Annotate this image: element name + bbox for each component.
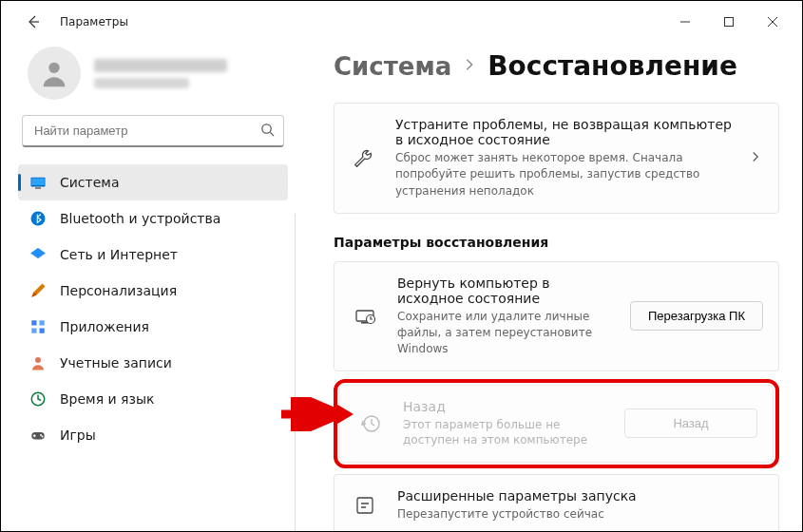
gaming-icon (29, 427, 47, 444)
page-title: Восстановление (488, 50, 737, 82)
goback-row: Назад Этот параметр больше не доступен н… (339, 385, 774, 464)
svg-point-14 (40, 434, 42, 436)
arrow-left-icon (26, 14, 41, 29)
reset-title: Вернуть компьютер в исходное состояние (397, 276, 613, 306)
avatar (28, 47, 81, 100)
svg-rect-20 (357, 498, 373, 513)
search-input[interactable] (22, 115, 284, 147)
goback-sub: Этот параметр больше не доступен на этом… (403, 417, 607, 449)
troubleshoot-sub: Сброс может занять некоторое время. Снач… (395, 150, 733, 200)
nav-label: Игры (60, 428, 96, 443)
nav-label: Система (60, 175, 119, 190)
window-controls (663, 7, 794, 37)
system-icon (29, 174, 47, 191)
svg-point-6 (31, 212, 46, 226)
advanced-sub: Перезапустите устройство сейчас (397, 506, 763, 522)
nav-bluetooth[interactable]: Bluetooth и устройства (18, 200, 288, 237)
svg-point-2 (262, 124, 271, 133)
sidebar: Система Bluetooth и устройства Сеть и Ин… (1, 43, 296, 531)
svg-rect-7 (31, 320, 36, 325)
profile-email-redacted (94, 78, 189, 88)
svg-rect-10 (40, 329, 45, 333)
goback-button: Назад (624, 408, 757, 438)
svg-point-1 (48, 63, 59, 73)
clock-globe-icon (29, 390, 47, 408)
goback-title: Назад (403, 399, 607, 414)
nav-label: Учетные записи (60, 355, 172, 370)
app-title: Параметры (60, 15, 128, 28)
breadcrumb-root[interactable]: Система (334, 52, 451, 81)
advanced-row: Расширенные параметры запуска Перезапуст… (334, 474, 779, 531)
chevron-right-icon (750, 151, 765, 165)
svg-rect-0 (725, 18, 734, 27)
back-button[interactable] (18, 7, 48, 37)
accounts-icon (29, 354, 47, 371)
network-icon (29, 246, 47, 263)
chevron-right-icon (463, 58, 476, 74)
nav-label: Bluetooth и устройства (60, 211, 220, 226)
bluetooth-icon (29, 210, 47, 227)
close-button[interactable] (751, 7, 794, 37)
search-icon (260, 123, 275, 140)
svg-point-11 (35, 357, 41, 363)
svg-rect-8 (40, 320, 45, 325)
profile-name-redacted (94, 59, 227, 72)
history-icon (355, 412, 386, 435)
svg-rect-4 (31, 179, 45, 186)
advanced-title: Расширенные параметры запуска (397, 488, 763, 504)
svg-rect-9 (31, 329, 36, 333)
troubleshoot-title: Устраните проблемы, не возвращая компьют… (395, 117, 733, 147)
minimize-button[interactable] (663, 7, 707, 37)
profile[interactable] (18, 43, 288, 115)
apps-icon (29, 318, 47, 335)
search (22, 115, 284, 147)
nav-apps[interactable]: Приложения (18, 309, 288, 345)
main-content: Система Восстановление Устраните проблем… (296, 43, 802, 531)
brush-icon (29, 282, 47, 299)
reset-sub: Сохраните или удалите личные файлы, а за… (397, 309, 613, 356)
annotation-highlight: Назад Этот параметр больше не доступен н… (334, 379, 779, 469)
nav-label: Персонализация (60, 283, 177, 298)
nav-label: Приложения (60, 319, 149, 334)
nav-personalization[interactable]: Персонализация (18, 273, 288, 309)
reset-icon (350, 305, 380, 328)
nav-time-language[interactable]: Время и язык (18, 381, 288, 417)
section-title: Параметры восстановления (334, 235, 779, 250)
nav: Система Bluetooth и устройства Сеть и Ин… (18, 164, 288, 453)
nav-network[interactable]: Сеть и Интернет (18, 237, 288, 273)
nav-accounts[interactable]: Учетные записи (18, 345, 288, 381)
nav-label: Сеть и Интернет (60, 247, 178, 262)
titlebar: Параметры (1, 1, 802, 43)
svg-rect-5 (35, 187, 41, 189)
nav-system[interactable]: Система (18, 164, 288, 200)
breadcrumb: Система Восстановление (334, 50, 779, 82)
advanced-icon (350, 494, 380, 517)
svg-point-15 (42, 436, 44, 438)
reset-button[interactable]: Перезагрузка ПК (630, 301, 763, 331)
wrench-icon (348, 148, 378, 169)
troubleshoot-card[interactable]: Устраните проблемы, не возвращая компьют… (334, 103, 779, 214)
nav-label: Время и язык (60, 391, 154, 407)
nav-gaming[interactable]: Игры (18, 417, 288, 453)
maximize-button[interactable] (707, 7, 751, 37)
reset-row: Вернуть компьютер в исходное состояние С… (334, 261, 779, 370)
